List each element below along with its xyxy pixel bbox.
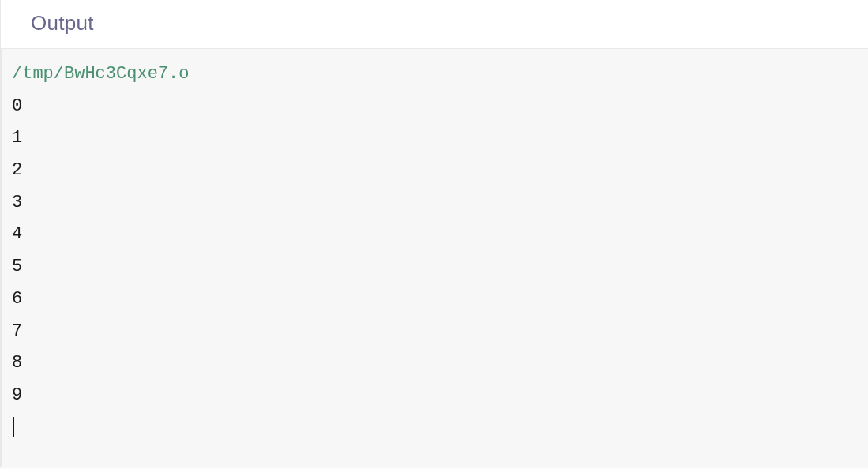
output-line: 2	[12, 155, 868, 187]
output-line: 0	[12, 91, 868, 123]
cursor-icon	[13, 417, 14, 437]
output-line: 6	[12, 283, 868, 316]
output-header: Output	[0, 0, 868, 49]
output-line: 5	[12, 251, 868, 283]
output-title: Output	[31, 11, 868, 36]
output-area[interactable]: /tmp/BwHc3Cqxe7.o 0 1 2 3 4 5 6 7 8 9	[0, 49, 868, 467]
output-line: 1	[12, 122, 868, 155]
output-line: 7	[12, 316, 868, 348]
cursor-line	[12, 412, 868, 445]
output-line: 9	[12, 380, 868, 412]
output-line: 4	[12, 219, 868, 251]
output-line: 3	[12, 187, 868, 219]
output-line: 8	[12, 347, 868, 380]
output-path: /tmp/BwHc3Cqxe7.o	[12, 58, 868, 91]
